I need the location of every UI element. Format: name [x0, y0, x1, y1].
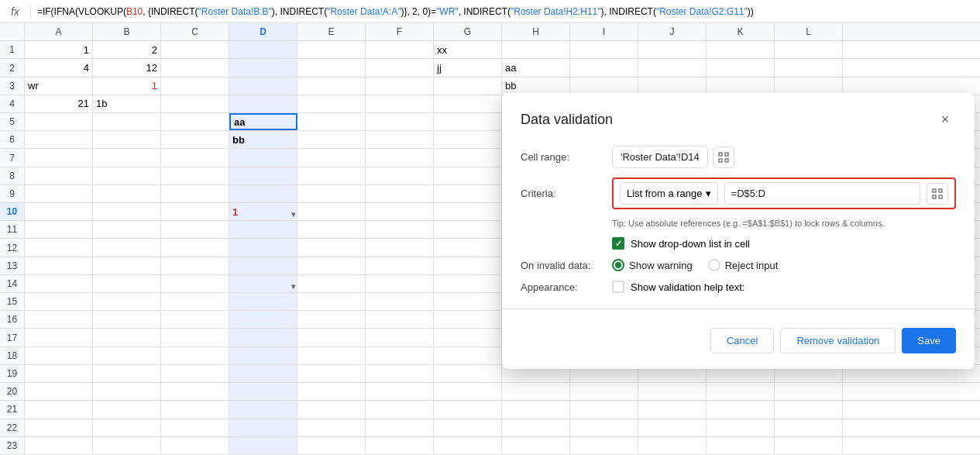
cell-e7[interactable] — [297, 149, 366, 166]
cell-h3[interactable]: bb — [502, 78, 570, 95]
cell-f1[interactable] — [366, 41, 434, 58]
col-header-h[interactable]: H — [502, 23, 570, 40]
row-num-18: 18 — [0, 347, 25, 364]
col-header-c[interactable]: C — [161, 23, 229, 40]
cell-f2[interactable] — [366, 59, 434, 76]
cell-c3[interactable] — [161, 78, 229, 95]
row-num-22: 22 — [0, 419, 25, 436]
col-header-j[interactable]: J — [638, 23, 707, 40]
cell-i1[interactable] — [570, 41, 638, 58]
cell-k3[interactable] — [707, 78, 775, 95]
cell-k1[interactable] — [707, 41, 775, 58]
col-header-f[interactable]: F — [366, 23, 434, 40]
cell-d2[interactable] — [229, 59, 297, 76]
cell-d7[interactable] — [229, 149, 297, 166]
cell-d14[interactable] — [229, 275, 297, 292]
cell-range-value[interactable]: 'Roster Data'!D14 — [612, 146, 708, 168]
cell-c7[interactable] — [161, 149, 229, 166]
row-num-8: 8 — [0, 167, 25, 184]
cell-e5[interactable] — [297, 113, 366, 130]
cell-f3[interactable] — [366, 78, 434, 95]
cell-i3[interactable] — [570, 78, 638, 95]
cell-g1[interactable]: xx — [434, 41, 502, 58]
col-header-a[interactable]: A — [25, 23, 93, 40]
col-header-k[interactable]: K — [707, 23, 775, 40]
row-num-16: 16 — [0, 311, 25, 328]
cell-e6[interactable] — [297, 131, 366, 148]
col-header-l[interactable]: L — [775, 23, 843, 40]
cell-d1[interactable] — [229, 41, 297, 58]
cell-g3[interactable] — [434, 78, 502, 95]
col-header-g[interactable]: G — [434, 23, 502, 40]
criteria-dropdown[interactable]: List from a range ▾ — [620, 182, 718, 205]
cell-g7[interactable] — [434, 149, 502, 166]
criteria-grid-icon[interactable] — [927, 183, 948, 205]
cell-b3[interactable]: 1 — [93, 78, 161, 95]
cell-e1[interactable] — [297, 41, 366, 58]
table-row: 1 1 2 xx — [0, 41, 980, 59]
cell-a3[interactable]: wr — [25, 78, 93, 95]
cell-h2[interactable]: aa — [502, 59, 570, 76]
cell-d6[interactable]: bb — [229, 131, 297, 148]
cell-a1[interactable]: 1 — [25, 41, 93, 58]
cell-l1[interactable] — [775, 41, 843, 58]
cell-g4[interactable] — [434, 95, 502, 112]
cell-c4[interactable] — [161, 95, 229, 112]
cell-j3[interactable] — [638, 78, 707, 95]
cell-g2[interactable]: jj — [434, 59, 502, 76]
cell-b1[interactable]: 2 — [93, 41, 161, 58]
cell-g5[interactable] — [434, 113, 502, 130]
cell-d10[interactable]: 1 — [229, 203, 297, 220]
cell-f5[interactable] — [366, 113, 434, 130]
cell-l2[interactable] — [775, 59, 843, 76]
reject-input-option[interactable]: Reject input — [708, 259, 779, 271]
cell-a6[interactable] — [25, 131, 93, 148]
show-dropdown-checkbox[interactable] — [612, 237, 624, 250]
cell-g6[interactable] — [434, 131, 502, 148]
cell-c6[interactable] — [161, 131, 229, 148]
show-warning-option[interactable]: Show warning — [612, 259, 693, 271]
cancel-button[interactable]: Cancel — [710, 328, 774, 353]
cell-a7[interactable] — [25, 149, 93, 166]
cell-b5[interactable] — [93, 113, 161, 130]
cell-j2[interactable] — [638, 59, 707, 76]
cell-a2[interactable]: 4 — [25, 59, 93, 76]
cell-d3[interactable] — [229, 78, 297, 95]
criteria-row: Criteria: List from a range ▾ — [521, 178, 956, 209]
cell-a4[interactable]: 21 — [25, 95, 93, 112]
cell-e4[interactable] — [297, 95, 366, 112]
cell-f6[interactable] — [366, 131, 434, 148]
data-validation-dialog: Data validation × Cell range: 'Roster Da… — [502, 93, 975, 369]
cell-f7[interactable] — [366, 149, 434, 166]
cell-e3[interactable] — [297, 78, 366, 95]
remove-validation-button[interactable]: Remove validation — [780, 328, 896, 353]
cell-e2[interactable] — [297, 59, 366, 76]
show-help-text-checkbox[interactable] — [612, 281, 624, 293]
cell-b7[interactable] — [93, 149, 161, 166]
cell-b6[interactable] — [93, 131, 161, 148]
reject-input-radio[interactable] — [708, 259, 720, 271]
cell-range-grid-icon[interactable] — [713, 146, 734, 168]
cell-c1[interactable] — [161, 41, 229, 58]
cell-b2[interactable]: 12 — [93, 59, 161, 76]
cell-d5[interactable]: aa — [229, 113, 297, 130]
cell-d4[interactable] — [229, 95, 297, 112]
cell-l3[interactable] — [775, 78, 843, 95]
cell-c5[interactable] — [161, 113, 229, 130]
cell-c2[interactable] — [161, 59, 229, 76]
cell-j1[interactable] — [638, 41, 707, 58]
col-header-d[interactable]: D — [229, 23, 297, 40]
cell-f4[interactable] — [366, 95, 434, 112]
col-header-b[interactable]: B — [93, 23, 161, 40]
cell-k2[interactable] — [707, 59, 775, 76]
criteria-range-input[interactable] — [724, 182, 920, 205]
cell-h1[interactable] — [502, 41, 570, 58]
save-button[interactable]: Save — [902, 328, 956, 353]
show-warning-radio[interactable] — [612, 259, 624, 271]
col-header-e[interactable]: E — [297, 23, 366, 40]
cell-i2[interactable] — [570, 59, 638, 76]
cell-a5[interactable] — [25, 113, 93, 130]
cell-b4[interactable]: 1b — [93, 95, 161, 112]
close-button[interactable]: × — [934, 109, 956, 130]
col-header-i[interactable]: I — [570, 23, 638, 40]
